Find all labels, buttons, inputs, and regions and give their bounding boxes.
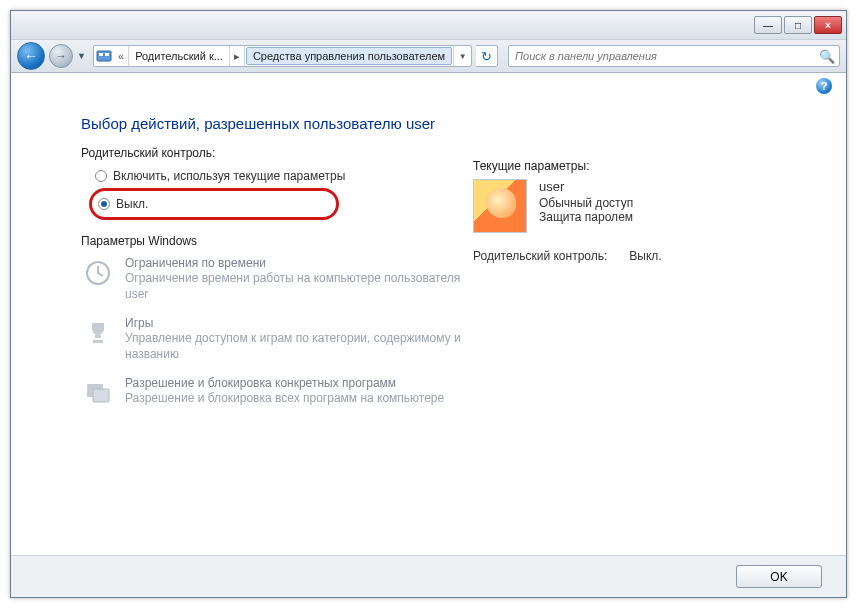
setting-programs-desc: Разрешение и блокировка всех программ на… (125, 391, 444, 407)
breadcrumb: « Родительский к... ▸ Средства управлени… (93, 45, 472, 67)
arrow-right-icon: → (55, 49, 67, 63)
current-params-label: Текущие параметры: (473, 159, 806, 173)
footer: OK (11, 555, 846, 597)
radio-on-label: Включить, используя текущие параметры (113, 169, 345, 183)
search-box[interactable]: 🔍 (508, 45, 840, 67)
setting-time[interactable]: Ограничения по времени Ограничение време… (81, 256, 461, 302)
setting-games-text: Игры Управление доступом к играм по кате… (125, 316, 461, 362)
svg-rect-2 (105, 53, 109, 56)
svg-rect-1 (99, 53, 103, 56)
radio-off-row[interactable]: Выкл. (98, 194, 148, 214)
windows-params-label: Параметры Windows (81, 234, 461, 248)
user-name: user (539, 179, 633, 194)
setting-games-title: Игры (125, 316, 461, 330)
arrow-left-icon: ← (24, 48, 38, 64)
close-button[interactable]: × (814, 16, 842, 34)
svg-rect-5 (93, 389, 109, 402)
radio-on-row[interactable]: Включить, используя текущие параметры (95, 166, 461, 186)
parental-status-value: Выкл. (629, 249, 661, 263)
setting-time-desc: Ограничение времени работы на компьютере… (125, 271, 461, 302)
minimize-button[interactable]: — (754, 16, 782, 34)
nav-back-button[interactable]: ← (17, 42, 45, 70)
close-icon: × (825, 20, 831, 31)
parental-radio-group: Включить, используя текущие параметры Вы… (81, 166, 461, 224)
breadcrumb-user-controls[interactable]: Средства управления пользователем (246, 47, 452, 65)
programs-icon (81, 376, 115, 410)
search-input[interactable] (513, 49, 819, 63)
setting-programs-text: Разрешение и блокировка конкретных прогр… (125, 376, 444, 407)
minimize-icon: — (763, 20, 773, 31)
parental-status-row: Родительский контроль: Выкл. (473, 249, 806, 263)
maximize-button[interactable]: □ (784, 16, 812, 34)
search-icon[interactable]: 🔍 (819, 49, 835, 64)
nav-forward-button[interactable]: → (49, 44, 73, 68)
help-icon[interactable]: ? (816, 78, 832, 94)
clock-icon (81, 256, 115, 290)
help-row: ? (11, 73, 846, 99)
nav-history-dropdown[interactable]: ▼ (77, 51, 89, 61)
setting-programs[interactable]: Разрешение и блокировка конкретных прогр… (81, 376, 461, 410)
right-column: Текущие параметры: user Обычный доступ З… (461, 105, 806, 549)
radio-off[interactable] (98, 198, 110, 210)
breadcrumb-dropdown[interactable]: ▼ (453, 46, 471, 66)
parental-control-label: Родительский контроль: (81, 146, 461, 160)
ok-button[interactable]: OK (736, 565, 822, 588)
control-panel-icon[interactable] (94, 46, 114, 66)
setting-time-text: Ограничения по времени Ограничение време… (125, 256, 461, 302)
trophy-icon (81, 316, 115, 350)
breadcrumb-root-chev[interactable]: « (114, 46, 129, 66)
setting-programs-title: Разрешение и блокировка конкретных прогр… (125, 376, 444, 390)
user-card: user Обычный доступ Защита паролем (473, 179, 806, 233)
setting-time-title: Ограничения по времени (125, 256, 461, 270)
page-title: Выбор действий, разрешенных пользователю… (81, 115, 461, 132)
setting-games-desc: Управление доступом к играм по категории… (125, 331, 461, 362)
maximize-icon: □ (795, 20, 801, 31)
refresh-icon: ↻ (481, 49, 492, 64)
radio-off-label: Выкл. (116, 197, 148, 211)
radio-on[interactable] (95, 170, 107, 182)
user-type: Обычный доступ (539, 196, 633, 210)
breadcrumb-parental[interactable]: Родительский к... (129, 46, 230, 66)
breadcrumb-chev-1[interactable]: ▸ (230, 46, 245, 66)
user-password-status: Защита паролем (539, 210, 633, 224)
refresh-button[interactable]: ↻ (476, 45, 498, 67)
left-column: Выбор действий, разрешенных пользователю… (81, 105, 461, 549)
user-info: user Обычный доступ Защита паролем (539, 179, 633, 233)
control-panel-window: — □ × ← → ▼ « Родительский к... ▸ Средст… (10, 10, 847, 598)
parental-status-label: Родительский контроль: (473, 249, 607, 263)
titlebar: — □ × (11, 11, 846, 39)
navigation-bar: ← → ▼ « Родительский к... ▸ Средства упр… (11, 39, 846, 73)
content-area: Выбор действий, разрешенных пользователю… (11, 99, 846, 555)
avatar (473, 179, 527, 233)
setting-games[interactable]: Игры Управление доступом к играм по кате… (81, 316, 461, 362)
highlight-ring: Выкл. (89, 188, 339, 220)
